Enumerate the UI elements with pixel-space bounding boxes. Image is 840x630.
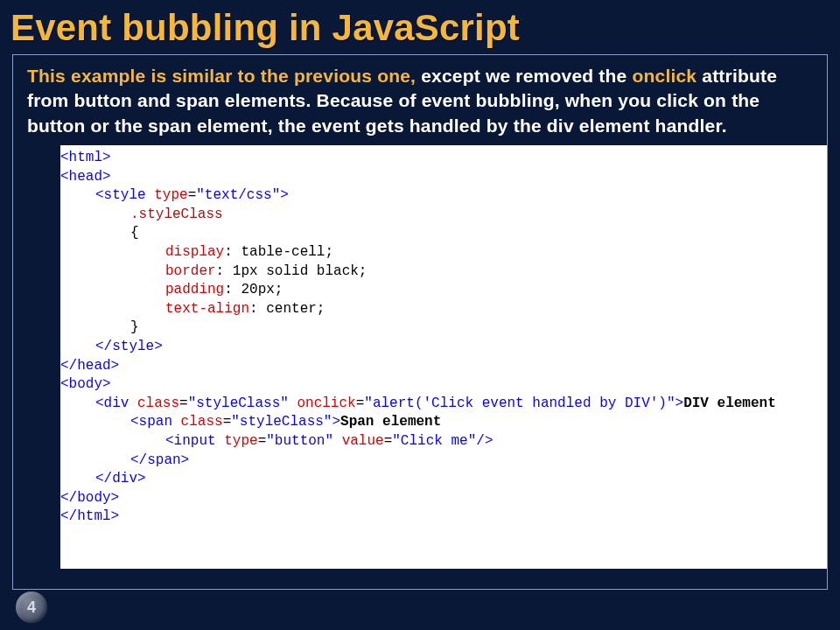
code-token: <body> [60, 376, 111, 392]
description-text: This example is similar to the previous … [13, 55, 827, 145]
code-token: "text/css" [196, 187, 280, 203]
code-token: : 1px solid black; [216, 263, 368, 279]
code-token: { [130, 225, 139, 241]
code-token: class [137, 396, 179, 411]
code-token: = [223, 414, 232, 430]
code-token: .styleClass [130, 206, 223, 222]
code-token: = [258, 433, 267, 449]
code-token: : table-cell; [224, 244, 333, 260]
code-token: </div> [95, 471, 146, 486]
slide: Event bubbling in JavaScript This exampl… [0, 0, 840, 630]
code-token: type [224, 433, 257, 449]
code-token: </body> [60, 490, 119, 506]
code-token: </style> [95, 339, 163, 354]
desc-part2: except we removed the [421, 66, 632, 86]
code-token: text-align [165, 301, 249, 317]
code-token: > [676, 396, 684, 411]
code-token: display [165, 244, 224, 260]
code-token: </html> [60, 508, 119, 524]
code-token: "Click me" [392, 433, 476, 449]
code-token: = [188, 187, 197, 203]
code-token: : center; [249, 301, 325, 317]
code-token: > [280, 187, 289, 203]
code-token: <span [130, 414, 181, 430]
code-block: <html> <head> <style type="text/css"> .s… [60, 145, 827, 569]
code-token: > [332, 414, 340, 430]
code-token: = [356, 396, 365, 411]
code-token: } [130, 319, 139, 335]
code-token: "alert('Click event handled by DIV')" [364, 396, 675, 411]
page-number-badge: 4 [16, 592, 47, 623]
desc-highlight-2: onclick [632, 66, 696, 86]
code-token: = [179, 396, 188, 411]
code-token: /> [476, 433, 493, 449]
code-token: <html> [60, 150, 111, 165]
code-token: <head> [60, 169, 111, 185]
code-token: </span> [130, 452, 189, 468]
code-token: = [384, 433, 393, 449]
code-token: <style [95, 187, 154, 203]
code-token: "styleClass" [188, 396, 289, 411]
code-token: type [154, 187, 187, 203]
code-token: <div [95, 396, 137, 411]
code-token: "styleClass" [231, 414, 332, 430]
content-panel: This example is similar to the previous … [12, 54, 828, 590]
code-token: padding [165, 282, 224, 298]
code-token: DIV element [683, 396, 784, 411]
code-token: : 20px; [224, 282, 283, 298]
code-token: Span element [340, 414, 441, 430]
code-token: <input [165, 433, 224, 449]
code-token: onclick [289, 396, 356, 411]
slide-title: Event bubbling in JavaScript [0, 0, 840, 54]
code-token: "button" [266, 433, 333, 449]
code-token: class [181, 414, 223, 430]
code-token: </head> [60, 358, 119, 374]
desc-highlight-1: This example is similar to the previous … [27, 66, 421, 86]
code-token: border [165, 263, 216, 279]
page-number: 4 [27, 598, 36, 617]
code-token: value [333, 433, 384, 449]
